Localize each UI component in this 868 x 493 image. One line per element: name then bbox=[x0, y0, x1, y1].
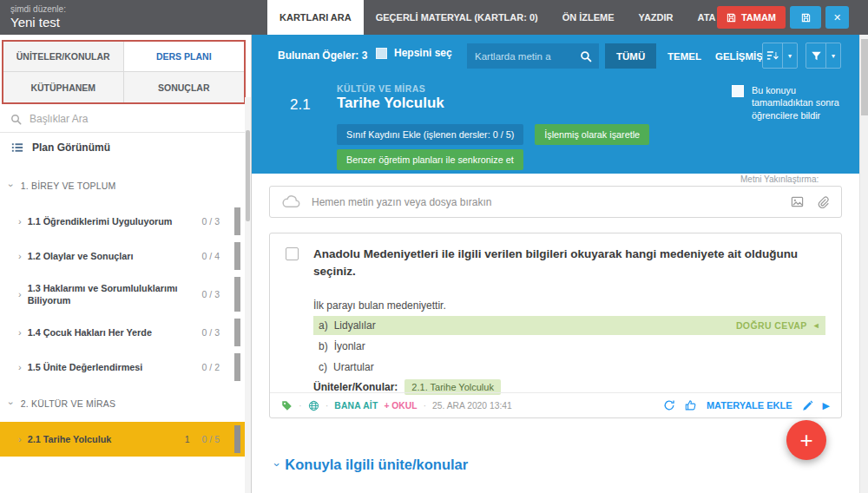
topic-header: Bulunan Ögeler: 3 Hepsini seç TÜMÜ TEMEL… bbox=[252, 35, 859, 174]
top-tab-bar: KARTLARI ARA GEÇERLİ MATERYAL (KARTLAR: … bbox=[267, 0, 728, 35]
tree-topic[interactable]: › 1.4 Çocuk Hakları Her Yerde 0 / 3 bbox=[0, 315, 246, 350]
sidebar-search-input[interactable] bbox=[30, 113, 235, 125]
sidebar-tab-uniteler-konular[interactable]: ÜNİTELER/KONULAR bbox=[3, 42, 124, 72]
card-search bbox=[467, 43, 599, 69]
tree-topic-label: 1.5 Ünite Değerlendirmesi bbox=[28, 361, 196, 373]
content-dropzone[interactable]: Hemen metin yazın veya dosya bırakın bbox=[269, 186, 842, 218]
notify-students-control[interactable]: Bu konuyu tamamladıktan sonra öğrenciler… bbox=[732, 84, 858, 122]
option-key: c) bbox=[319, 361, 327, 373]
chevron-down-icon: › bbox=[6, 184, 16, 187]
filter-dropdown[interactable]: ▾ bbox=[806, 43, 841, 69]
add-class-record-button[interactable]: Sınıf Kaydını Ekle (işlenen dersler: 0 /… bbox=[337, 124, 523, 145]
card-checkbox[interactable] bbox=[286, 247, 299, 260]
option-key: a) bbox=[319, 319, 328, 332]
tree-topic[interactable]: › 1.1 Öğrendiklerimi Uyguluyorum 0 / 3 bbox=[0, 204, 246, 239]
notify-students-label: Bu konuyu tamamladıktan sonra öğrenciler… bbox=[752, 84, 858, 122]
main-area: Bulunan Ögeler: 3 Hepsini seç TÜMÜ TEMEL… bbox=[252, 35, 868, 493]
related-topics-heading[interactable]: › Konuyla ilgili ünite/konular bbox=[275, 457, 468, 473]
option-text: Lidyalılar bbox=[334, 319, 376, 332]
tree-topic-label: 1.1 Öğrendiklerimi Uyguluyorum bbox=[28, 215, 196, 227]
separator-dot: · bbox=[299, 400, 302, 411]
dropzone-label: Hemen metin yazın veya dosya bırakın bbox=[312, 196, 779, 208]
sidebar-scrollbar bbox=[245, 97, 251, 493]
cloud-upload-icon bbox=[282, 195, 300, 208]
select-all-checkbox[interactable] bbox=[376, 48, 387, 59]
chevron-down-icon: › bbox=[6, 402, 16, 405]
chevron-down-icon: › bbox=[271, 463, 284, 466]
flip-card-icon[interactable] bbox=[663, 399, 675, 411]
select-all-control[interactable]: Hepsini seç bbox=[376, 47, 452, 59]
save-icon bbox=[727, 13, 736, 23]
add-to-material-link[interactable]: MATERYALE EKLE bbox=[707, 400, 792, 411]
tree-unit[interactable]: › 1. BİREY VE TOPLUM bbox=[0, 167, 246, 204]
chevron-right-icon: › bbox=[18, 217, 22, 227]
select-all-label: Hepsini seç bbox=[394, 47, 452, 59]
tree-topic[interactable]: › 1.2 Olaylar ve Sonuçları 0 / 4 bbox=[0, 239, 246, 273]
tag-icon[interactable] bbox=[281, 400, 293, 411]
tree-topic-label: 1.2 Olaylar ve Sonuçları bbox=[28, 250, 196, 262]
tab-kartlari-ara[interactable]: KARTLARI ARA bbox=[267, 0, 364, 35]
found-items-label: Bulunan Ögeler: 3 bbox=[278, 49, 367, 62]
sort-icon bbox=[763, 43, 782, 68]
filter-tumu[interactable]: TÜMÜ bbox=[605, 43, 656, 69]
document-title: Yeni test bbox=[10, 15, 60, 30]
topic-count: 0 / 3 bbox=[202, 216, 220, 227]
mark-processed-button[interactable]: İşlenmiş olarak işaretle bbox=[535, 124, 649, 145]
save-button[interactable] bbox=[790, 6, 821, 29]
thumb-up-icon[interactable] bbox=[685, 399, 697, 411]
image-icon[interactable] bbox=[791, 195, 804, 208]
tab-on-izleme[interactable]: ÖN İZLEME bbox=[550, 0, 627, 35]
close-icon: ✕ bbox=[833, 12, 841, 23]
school-label[interactable]: + OKUL bbox=[384, 401, 417, 411]
sidebar-tab-kutuphanem[interactable]: KÜTÜPHANEM bbox=[3, 72, 124, 102]
sidebar-scrollbar-thumb[interactable] bbox=[246, 130, 250, 221]
tree-unit-label: 1. BİREY VE TOPLUM bbox=[21, 181, 116, 191]
tree-topic[interactable]: › 1.5 Ünite Değerlendirmesi 0 / 2 bbox=[0, 350, 246, 385]
card-search-input[interactable] bbox=[467, 43, 573, 69]
save-icon bbox=[801, 13, 811, 23]
answer-options: a) Lidyalılar DOĞRU CEVAP ◄ b) İyonlar c… bbox=[313, 316, 825, 378]
add-card-fab[interactable]: + bbox=[786, 420, 826, 460]
play-icon[interactable]: ▶ bbox=[823, 400, 830, 411]
question-stem: İlk parayı bulan medeniyettir. bbox=[313, 299, 446, 312]
tab-gecerli-materyal[interactable]: GEÇERLİ MATERYAL (KARTLAR: 0) bbox=[364, 0, 550, 35]
topic-count: 0 / 2 bbox=[202, 362, 220, 372]
chevron-right-icon: › bbox=[18, 252, 22, 261]
owner-label[interactable]: BANA AİT bbox=[334, 401, 378, 411]
progress-bar bbox=[234, 319, 240, 346]
answer-option: c) Urartular bbox=[313, 358, 825, 377]
edit-pencil-icon[interactable] bbox=[802, 400, 813, 411]
sort-dropdown[interactable]: ▾ bbox=[762, 43, 798, 69]
tree-topic[interactable]: › 1.3 Haklarımı ve Sorumluluklarımı Bili… bbox=[0, 273, 246, 315]
sidebar: ÜNİTELER/KONULAR DERS PLANI KÜTÜPHANEM S… bbox=[0, 35, 252, 493]
topic-actions-row-1: Sınıf Kaydını Ekle (işlenen dersler: 0 /… bbox=[337, 124, 649, 145]
plan-view-item[interactable]: Plan Görünümü bbox=[0, 133, 246, 161]
sidebar-tab-grid: ÜNİTELER/KONULAR DERS PLANI KÜTÜPHANEM S… bbox=[2, 40, 246, 104]
option-key: b) bbox=[319, 340, 328, 352]
units-label: Üniteler/Konular: bbox=[313, 381, 398, 393]
option-text: İyonlar bbox=[334, 340, 365, 352]
main-scrollbar-thumb[interactable] bbox=[861, 39, 868, 115]
main-scrollbar bbox=[859, 35, 868, 493]
card-actions: MATERYALE EKLE ▶ bbox=[663, 399, 830, 411]
paperclip-icon[interactable] bbox=[817, 196, 829, 208]
topic-actions-row-2: Benzer öğretim planları ile senkronize e… bbox=[337, 149, 523, 170]
tamam-button[interactable]: TAMAM bbox=[717, 6, 786, 29]
answer-option-correct: a) Lidyalılar DOĞRU CEVAP ◄ bbox=[313, 316, 825, 335]
sidebar-tab-ders-plani[interactable]: DERS PLANI bbox=[124, 42, 245, 72]
tab-yazdir[interactable]: YAZDIR bbox=[627, 0, 686, 35]
text-zoom-label: Metni Yakınlaştırma: bbox=[740, 174, 819, 184]
funnel-icon bbox=[806, 43, 825, 68]
tree-unit[interactable]: › 2. KÜLTÜR VE MİRAS bbox=[0, 385, 246, 422]
topic-count: 0 / 3 bbox=[202, 327, 220, 338]
tree-topic-selected[interactable]: › 2.1 Tarihe Yolculuk 1 0 / 5 bbox=[0, 422, 246, 457]
search-icon[interactable] bbox=[573, 43, 599, 69]
topic-count: 0 / 4 bbox=[202, 251, 220, 261]
close-button[interactable]: ✕ bbox=[825, 6, 849, 29]
search-icon bbox=[10, 114, 22, 125]
sidebar-tab-sonuclar[interactable]: SONUÇLAR bbox=[124, 72, 245, 102]
notify-students-checkbox[interactable] bbox=[732, 85, 744, 97]
sync-similar-plans-button[interactable]: Benzer öğretim planları ile senkronize e… bbox=[337, 149, 523, 170]
globe-icon[interactable] bbox=[308, 400, 319, 411]
topic-tree: › 1. BİREY VE TOPLUM › 1.1 Öğrendiklerim… bbox=[0, 167, 246, 457]
